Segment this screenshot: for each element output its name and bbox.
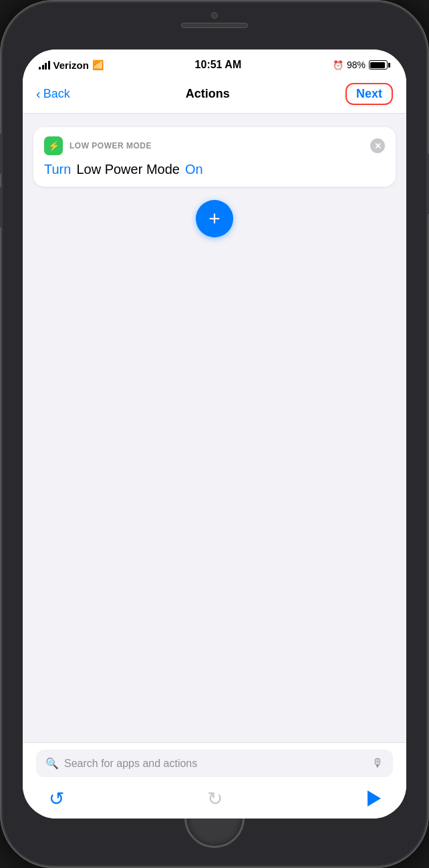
main-content: ⚡ LOW POWER MODE ✕ Turn Low Power Mode O… bbox=[23, 114, 406, 742]
status-right: ⏰ 98% bbox=[333, 60, 390, 70]
screen: Verizon 📶 10:51 AM ⏰ 98% ‹ Back bbox=[23, 49, 406, 819]
play-button[interactable] bbox=[360, 785, 386, 812]
mode-token: Low Power Mode bbox=[76, 162, 180, 177]
action-card: ⚡ LOW POWER MODE ✕ Turn Low Power Mode O… bbox=[33, 127, 396, 187]
microphone-icon[interactable]: 🎙 bbox=[372, 756, 384, 770]
page-title: Actions bbox=[186, 87, 230, 101]
carrier-label: Verizon bbox=[53, 60, 89, 71]
redo-button[interactable]: ↻ bbox=[201, 785, 228, 812]
status-time: 10:51 AM bbox=[195, 59, 242, 71]
action-title-row: ⚡ LOW POWER MODE bbox=[44, 136, 152, 155]
undo-button[interactable]: ↺ bbox=[43, 785, 69, 812]
add-action-button[interactable]: + bbox=[196, 200, 233, 237]
play-icon bbox=[368, 790, 381, 806]
front-camera bbox=[211, 12, 218, 19]
action-close-button[interactable]: ✕ bbox=[370, 138, 385, 153]
volume-down-button[interactable] bbox=[0, 187, 1, 227]
undo-icon: ↺ bbox=[49, 788, 64, 810]
status-bar: Verizon 📶 10:51 AM ⏰ 98% bbox=[23, 49, 406, 76]
back-chevron-icon: ‹ bbox=[36, 86, 41, 102]
phone-shell: Verizon 📶 10:51 AM ⏰ 98% ‹ Back bbox=[0, 0, 429, 868]
nav-bar: ‹ Back Actions Next bbox=[23, 76, 406, 114]
action-card-body: Turn Low Power Mode On bbox=[44, 162, 385, 177]
search-placeholder: Search for apps and actions bbox=[64, 758, 366, 770]
redo-icon: ↻ bbox=[207, 788, 223, 810]
search-icon: 🔍 bbox=[45, 757, 59, 770]
next-button[interactable]: Next bbox=[345, 83, 393, 105]
search-bar[interactable]: 🔍 Search for apps and actions 🎙 bbox=[36, 750, 393, 777]
action-card-header: ⚡ LOW POWER MODE ✕ bbox=[44, 136, 385, 155]
back-label[interactable]: Back bbox=[43, 87, 70, 101]
toolbar-row: ↺ ↻ bbox=[36, 785, 393, 812]
status-left: Verizon 📶 bbox=[39, 60, 104, 71]
battery-mode-icon: ⚡ bbox=[48, 140, 59, 151]
wifi-icon: 📶 bbox=[92, 60, 104, 70]
signal-bar-3 bbox=[45, 63, 47, 70]
back-button[interactable]: ‹ Back bbox=[36, 86, 70, 102]
phone-top-bar bbox=[181, 12, 248, 28]
alarm-icon: ⏰ bbox=[333, 60, 343, 70]
battery-percent: 98% bbox=[347, 60, 366, 70]
battery-body bbox=[369, 60, 388, 70]
plus-icon: + bbox=[208, 207, 221, 230]
state-token[interactable]: On bbox=[185, 162, 203, 177]
action-card-label: LOW POWER MODE bbox=[69, 141, 152, 150]
battery-tip bbox=[388, 63, 390, 68]
signal-bars bbox=[39, 61, 50, 70]
close-icon: ✕ bbox=[374, 141, 382, 151]
signal-bar-4 bbox=[48, 61, 50, 70]
action-icon: ⚡ bbox=[44, 136, 63, 155]
battery-icon bbox=[369, 60, 390, 70]
battery-fill bbox=[370, 62, 385, 68]
volume-up-button[interactable] bbox=[0, 134, 1, 174]
turn-token[interactable]: Turn bbox=[44, 162, 71, 177]
signal-bar-1 bbox=[39, 67, 41, 70]
bottom-area: 🔍 Search for apps and actions 🎙 ↺ ↻ bbox=[23, 742, 406, 819]
signal-bar-2 bbox=[42, 65, 44, 70]
speaker-bar bbox=[181, 23, 248, 28]
